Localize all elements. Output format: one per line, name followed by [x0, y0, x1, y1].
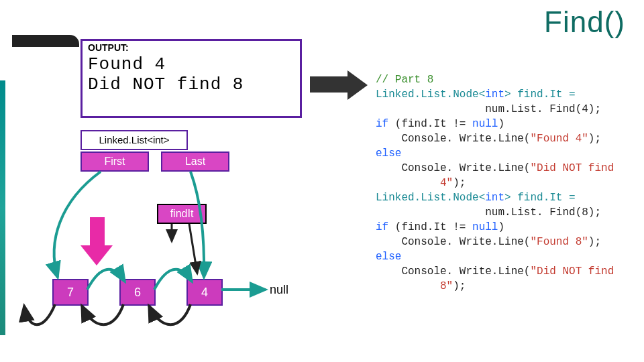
slide-title: Find(): [544, 5, 625, 39]
findit-box: findIt: [157, 204, 207, 224]
arrow-to-code-head: [347, 70, 368, 100]
node-6: 6: [119, 279, 156, 306]
corner-shape: [12, 35, 79, 50]
output-box: OUTPUT: Found 4 Did NOT find 8: [80, 39, 302, 118]
arrow-to-code: [310, 76, 347, 93]
code-block: // Part 8 Linked.List.Node<int> find.It …: [376, 58, 637, 294]
output-text: Found 4 Did NOT find 8: [88, 54, 293, 95]
first-arrow-icon: [80, 216, 111, 269]
node-4: 4: [186, 279, 223, 306]
first-property: First: [80, 152, 149, 172]
accent-bar: [0, 80, 5, 335]
node-7: 7: [52, 279, 89, 306]
last-property: Last: [161, 152, 229, 172]
output-label: OUTPUT:: [88, 42, 293, 53]
null-label: null: [270, 283, 288, 297]
linkedlist-class-box: Linked.List<int>: [80, 130, 188, 150]
